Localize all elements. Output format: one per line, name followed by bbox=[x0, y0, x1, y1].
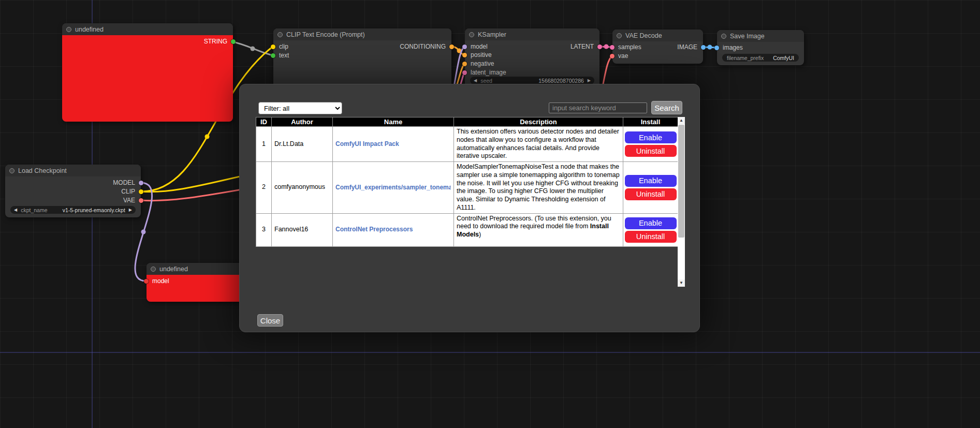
seed-widget[interactable]: ◀ seed 156680208700286 ▶ bbox=[470, 77, 594, 84]
slot-label: images bbox=[723, 44, 743, 51]
close-button[interactable]: Close bbox=[257, 314, 283, 327]
extension-link[interactable]: ControlNet Preprocessors bbox=[335, 226, 451, 233]
column-header-name: Name bbox=[333, 117, 454, 127]
cell-id: 3 bbox=[256, 213, 272, 246]
cell-install: Enable Uninstall bbox=[623, 213, 678, 246]
output-dot-model[interactable] bbox=[139, 181, 143, 185]
input-slot-text: text bbox=[273, 52, 451, 59]
collapse-dot[interactable] bbox=[151, 267, 156, 272]
node-graph-canvas[interactable]: undefined STRING CLIP Text Encode (Promp… bbox=[0, 0, 980, 428]
input-slot-negative: negative bbox=[465, 60, 599, 67]
node-undefined-string[interactable]: undefined STRING bbox=[62, 23, 233, 122]
node-save-image[interactable]: Save Image images filename_prefix ComfyU… bbox=[717, 30, 804, 65]
widget-value: ComfyUI bbox=[764, 55, 794, 61]
input-slot-vae: vae bbox=[612, 52, 703, 60]
node-title: undefined bbox=[75, 26, 104, 33]
decrement-arrow-icon[interactable]: ◀ bbox=[474, 77, 477, 84]
uninstall-button[interactable]: Uninstall bbox=[625, 188, 677, 200]
filter-select[interactable]: Filter: all bbox=[258, 102, 342, 114]
collapse-dot[interactable] bbox=[469, 32, 474, 37]
table-header-row: ID Author Name Description Install bbox=[256, 117, 678, 127]
manager-dialog: Filter: all Search ID Author Name Descri… bbox=[239, 84, 700, 332]
link-midpoint-dot bbox=[141, 230, 146, 234]
input-dot-vae[interactable] bbox=[610, 54, 615, 58]
input-dot-latent-image[interactable] bbox=[462, 70, 467, 75]
node-titlebar[interactable]: Save Image bbox=[717, 30, 804, 42]
node-titlebar[interactable]: Load Checkpoint bbox=[5, 165, 141, 176]
slot-label: text bbox=[279, 52, 289, 59]
uninstall-button[interactable]: Uninstall bbox=[625, 231, 677, 243]
extension-link[interactable]: ComfyUI_experiments/sampler_tonemap bbox=[335, 184, 451, 191]
output-dot-vae[interactable] bbox=[139, 198, 143, 203]
cell-name: ComfyUI_experiments/sampler_tonemap bbox=[333, 162, 454, 214]
link-midpoint-dot bbox=[604, 45, 609, 49]
input-dot-negative[interactable] bbox=[462, 62, 467, 66]
enable-button[interactable]: Enable bbox=[625, 217, 677, 229]
widget-label: ckpt_name bbox=[21, 207, 47, 213]
node-title: CLIP Text Encode (Prompt) bbox=[286, 31, 365, 38]
cell-description: This extension offers various detector n… bbox=[454, 127, 623, 162]
cell-description: ModelSamplerTonemapNoiseTest a node that… bbox=[454, 162, 623, 214]
increment-arrow-icon[interactable]: ▶ bbox=[129, 206, 132, 214]
scroll-down-button[interactable]: ▼ bbox=[678, 279, 685, 287]
output-dot-latent[interactable] bbox=[597, 45, 602, 49]
extension-link[interactable]: ComfyUI Impact Pack bbox=[335, 140, 451, 148]
cell-install: Enable Uninstall bbox=[623, 162, 678, 214]
input-dot-images[interactable] bbox=[714, 46, 719, 50]
column-header-author: Author bbox=[272, 117, 333, 127]
filename-prefix-widget[interactable]: filename_prefix ComfyUI bbox=[722, 54, 799, 62]
slot-label: CONDITIONING bbox=[400, 43, 446, 50]
collapse-dot[interactable] bbox=[66, 27, 71, 32]
output-dot-image[interactable] bbox=[701, 45, 706, 50]
increment-arrow-icon[interactable]: ▶ bbox=[588, 77, 591, 84]
output-slot-latent: LATENT bbox=[465, 43, 599, 50]
enable-button[interactable]: Enable bbox=[625, 131, 677, 143]
collapse-dot[interactable] bbox=[617, 33, 622, 38]
column-header-description: Description bbox=[454, 117, 623, 127]
widget-label: seed bbox=[480, 78, 492, 84]
search-button[interactable]: Search bbox=[651, 101, 682, 114]
collapse-dot[interactable] bbox=[9, 168, 14, 173]
slot-label: VAE bbox=[123, 197, 135, 204]
table-scrollbar[interactable]: ▲ ▼ bbox=[678, 117, 685, 287]
enable-button[interactable]: Enable bbox=[625, 175, 677, 187]
cell-id: 2 bbox=[256, 162, 272, 214]
node-vae-decode[interactable]: VAE Decode samples vae IMAGE bbox=[612, 29, 703, 64]
link-midpoint-dot bbox=[251, 47, 255, 51]
node-titlebar[interactable]: CLIP Text Encode (Prompt) bbox=[273, 28, 451, 40]
node-titlebar[interactable]: VAE Decode bbox=[612, 29, 703, 41]
node-titlebar[interactable]: KSampler bbox=[465, 28, 599, 40]
output-dot-clip[interactable] bbox=[139, 189, 143, 194]
slot-label: negative bbox=[471, 60, 494, 67]
link-midpoint-dot bbox=[205, 135, 210, 139]
ckpt-name-widget[interactable]: ◀ ckpt_name v1-5-pruned-emaonly.ckpt ▶ bbox=[10, 206, 136, 214]
scroll-up-button[interactable]: ▲ bbox=[678, 117, 685, 124]
input-slot-positive: positive bbox=[465, 51, 599, 58]
input-dot-text[interactable] bbox=[271, 53, 275, 58]
cell-description: ControlNet Preprocessors. (To use this e… bbox=[454, 213, 623, 246]
slot-label: IMAGE bbox=[677, 43, 697, 51]
widget-label: filename_prefix bbox=[727, 55, 764, 61]
node-load-checkpoint[interactable]: Load Checkpoint MODEL CLIP VAE ◀ ckpt_na… bbox=[5, 165, 141, 217]
input-dot-positive[interactable] bbox=[462, 53, 467, 57]
cell-name: ComfyUI Impact Pack bbox=[333, 127, 454, 162]
input-dot-model[interactable] bbox=[144, 279, 149, 284]
decrement-arrow-icon[interactable]: ◀ bbox=[14, 206, 17, 214]
scrollbar-thumb[interactable] bbox=[678, 125, 684, 238]
collapse-dot[interactable] bbox=[721, 34, 726, 39]
node-title: VAE Decode bbox=[625, 32, 662, 39]
output-dot-conditioning[interactable] bbox=[449, 45, 454, 49]
output-slot-image: IMAGE bbox=[612, 43, 703, 51]
collapse-dot[interactable] bbox=[277, 32, 283, 37]
slot-label: positive bbox=[471, 51, 492, 58]
cell-author: comfyanonymous bbox=[272, 162, 333, 214]
column-header-install: Install bbox=[623, 117, 678, 127]
node-titlebar[interactable]: undefined bbox=[62, 23, 233, 35]
slot-label: model bbox=[152, 277, 169, 285]
output-dot-string[interactable] bbox=[231, 39, 236, 44]
slot-label: latent_image bbox=[471, 69, 506, 76]
search-input[interactable] bbox=[549, 102, 647, 113]
slot-label: vae bbox=[618, 52, 628, 60]
uninstall-button[interactable]: Uninstall bbox=[625, 145, 677, 157]
output-slot-conditioning: CONDITIONING bbox=[273, 43, 451, 50]
